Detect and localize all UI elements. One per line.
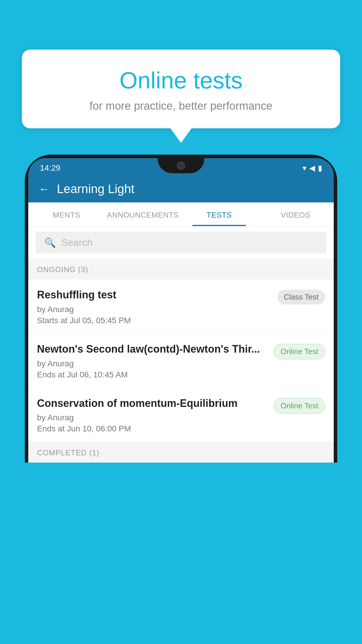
tab-videos[interactable]: VIDEOS (257, 202, 334, 226)
test-badge-class: Class Test (277, 290, 325, 304)
status-time: 14:29 (40, 163, 60, 173)
test-item[interactable]: Reshuffling test by Anurag Starts at Jul… (28, 279, 334, 334)
test-name: Newton's Second law(contd)-Newton's Thir… (37, 342, 268, 356)
app-title: Learning Light (57, 182, 134, 196)
tabs-bar: MENTS ANNOUNCEMENTS TESTS VIDEOS (28, 202, 334, 226)
completed-section-header: COMPLETED (1) (28, 442, 334, 463)
tests-list: Reshuffling test by Anurag Starts at Jul… (28, 279, 334, 442)
status-bar: 14:29 ▾ ◀ ▮ (28, 158, 334, 176)
wifi-icon: ▾ (303, 164, 306, 173)
tab-announcements[interactable]: ANNOUNCEMENTS (105, 202, 181, 226)
tab-ments[interactable]: MENTS (28, 202, 105, 226)
app-bar: ← Learning Light (28, 176, 334, 202)
signal-icon: ◀ (309, 164, 315, 173)
bubble-title: Online tests (36, 67, 326, 94)
phone-outer: 14:29 ▾ ◀ ▮ ← Learning Light MENTS ANNOU… (25, 155, 337, 463)
test-info: Newton's Second law(contd)-Newton's Thir… (37, 342, 268, 379)
test-name: Reshuffling test (37, 288, 272, 302)
tab-tests[interactable]: TESTS (181, 202, 257, 226)
notch (158, 158, 204, 173)
ongoing-section-header: ONGOING (3) (28, 259, 334, 279)
bubble-subtitle: for more practice, better performance (36, 100, 326, 112)
test-date: Starts at Jul 05, 05:45 PM (37, 316, 272, 325)
test-info: Conservation of momentum-Equilibrium by … (37, 397, 268, 434)
search-icon: 🔍 (44, 237, 56, 248)
test-info: Reshuffling test by Anurag Starts at Jul… (37, 288, 272, 325)
test-date: Ends at Jul 06, 10:45 AM (37, 370, 268, 379)
camera (177, 162, 185, 170)
test-name: Conservation of momentum-Equilibrium (37, 397, 268, 410)
test-badge-online-2: Online Test (274, 398, 325, 414)
test-author: by Anurag (37, 305, 272, 314)
search-bar-wrapper: 🔍 Search (28, 226, 334, 259)
back-button[interactable]: ← (38, 183, 50, 195)
status-icons: ▾ ◀ ▮ (303, 164, 322, 173)
phone-wrapper: 14:29 ▾ ◀ ▮ ← Learning Light MENTS ANNOU… (25, 155, 337, 644)
test-badge-online: Online Test (274, 344, 325, 359)
test-date: Ends at Jun 10, 06:00 PM (37, 424, 268, 433)
test-author: by Anurag (37, 413, 268, 422)
speech-bubble: Online tests for more practice, better p… (22, 50, 340, 128)
test-author: by Anurag (37, 359, 268, 368)
search-placeholder: Search (61, 237, 93, 248)
test-item[interactable]: Newton's Second law(contd)-Newton's Thir… (28, 334, 334, 388)
completed-title: COMPLETED (1) (37, 448, 99, 457)
search-bar[interactable]: 🔍 Search (36, 232, 326, 253)
content-area: 🔍 Search ONGOING (3) Reshuffling test by… (28, 226, 334, 463)
test-item[interactable]: Conservation of momentum-Equilibrium by … (28, 388, 334, 442)
ongoing-title: ONGOING (3) (37, 265, 88, 274)
battery-icon: ▮ (318, 164, 322, 173)
